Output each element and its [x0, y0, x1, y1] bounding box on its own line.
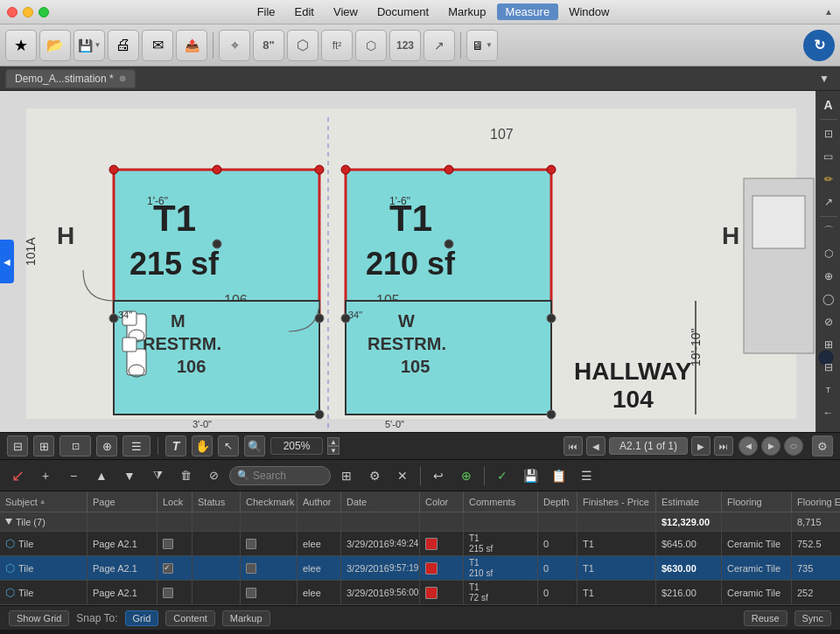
- markup-menu2[interactable]: ☰: [574, 464, 598, 487]
- markup-up[interactable]: ▲: [89, 464, 114, 487]
- minimize-button[interactable]: [23, 7, 33, 17]
- sync-btn[interactable]: Sync: [794, 610, 831, 626]
- sidebar-tool-3[interactable]: ▭: [818, 146, 839, 167]
- 3d-tool[interactable]: ⬡: [355, 30, 387, 61]
- markup-close[interactable]: ✕: [390, 464, 415, 487]
- th-status[interactable]: Status: [192, 491, 241, 512]
- markup-clear[interactable]: ⊘: [201, 464, 226, 487]
- select-tool-btn[interactable]: ↖: [218, 435, 239, 456]
- th-flooringexp[interactable]: Flooring Exp.: [792, 491, 840, 512]
- sidebar-tool-7[interactable]: ⊕: [818, 266, 839, 287]
- sidebar-tool-13[interactable]: ←: [818, 402, 839, 423]
- sidebar-tool-2[interactable]: ⊡: [818, 123, 839, 144]
- th-color[interactable]: Color: [420, 491, 464, 512]
- th-date[interactable]: Date: [341, 491, 420, 512]
- table-group-header[interactable]: Tile (7) $12,329.00 8,715: [0, 512, 840, 532]
- sidebar-tool-10[interactable]: ⊞: [818, 334, 839, 355]
- page-first-btn[interactable]: ⏮: [564, 436, 583, 456]
- markup-pointer[interactable]: ↙: [5, 464, 30, 487]
- area-tool[interactable]: ft²: [321, 30, 353, 61]
- canvas-btn-4[interactable]: ⊕: [96, 435, 117, 456]
- zoom-up[interactable]: ▲: [327, 437, 340, 446]
- canvas-btn-1[interactable]: ⊟: [7, 435, 28, 456]
- th-comments[interactable]: Comments: [464, 491, 538, 512]
- th-page[interactable]: Page: [88, 491, 158, 512]
- sidebar-pencil-tool[interactable]: ✏: [818, 169, 839, 190]
- table-row[interactable]: ⬡ Tile Page A2.1 elee 3/29/2016 9:49:24 …: [0, 532, 840, 556]
- menu-view[interactable]: View: [325, 3, 367, 20]
- sidebar-tool-6[interactable]: ⬡: [818, 243, 839, 264]
- tab-close-icon[interactable]: ⊗: [119, 73, 126, 83]
- page-circle-1[interactable]: ◀: [738, 436, 758, 456]
- menu-measure[interactable]: Measure: [497, 3, 559, 20]
- menu-file[interactable]: File: [248, 3, 284, 20]
- markup-stack[interactable]: ⊕: [454, 464, 479, 487]
- sidebar-tool-12[interactable]: T: [818, 380, 839, 401]
- th-subject[interactable]: Subject ▲: [0, 491, 88, 512]
- page-last-btn[interactable]: ⏭: [714, 436, 733, 456]
- menu-document[interactable]: Document: [368, 3, 438, 20]
- th-depth[interactable]: Depth: [538, 491, 578, 512]
- snap-grid-btn[interactable]: Grid: [125, 610, 159, 626]
- th-author[interactable]: Author: [298, 491, 341, 512]
- open-tool[interactable]: 📂: [39, 30, 71, 61]
- left-sidebar-toggle[interactable]: ◀: [0, 240, 14, 283]
- email-tool[interactable]: ✉: [142, 30, 173, 61]
- table-row[interactable]: ⬡ Tile Page A2.1 elee 3/29/2016 9:57:19 …: [0, 556, 840, 581]
- reuse-btn[interactable]: Reuse: [744, 610, 788, 626]
- brand-button[interactable]: ↻: [803, 30, 835, 61]
- markup-undo[interactable]: ↩: [426, 464, 451, 487]
- sidebar-tool-11[interactable]: ⊟: [818, 357, 839, 378]
- count-tool[interactable]: 123: [389, 30, 421, 61]
- export-tool[interactable]: 📤: [176, 30, 207, 61]
- canvas-btn-5[interactable]: ☰: [122, 435, 150, 456]
- markup-add[interactable]: +: [33, 464, 58, 487]
- markup-check[interactable]: ✓: [490, 464, 514, 487]
- search-input[interactable]: [253, 470, 323, 482]
- snap-markup-btn[interactable]: Markup: [222, 610, 270, 626]
- markup-grid[interactable]: ⊞: [334, 464, 359, 487]
- lasso-tool[interactable]: ⌖: [219, 30, 250, 61]
- print-tool[interactable]: 🖨: [108, 30, 139, 61]
- pointer-tool[interactable]: ↗: [424, 30, 455, 61]
- length-tool[interactable]: 8": [253, 30, 284, 61]
- markup-remove[interactable]: −: [61, 464, 86, 487]
- table-row[interactable]: ⬡ Tile Page A2.1 elee 3/29/2016 9:56:00 …: [0, 581, 840, 605]
- sidebar-tool-5[interactable]: ⌒: [818, 220, 839, 241]
- polygon-tool[interactable]: ⬡: [287, 30, 318, 61]
- maximize-button[interactable]: [38, 7, 49, 17]
- markup-save2[interactable]: 💾: [518, 464, 542, 487]
- tab-dropdown[interactable]: ▼: [814, 73, 835, 85]
- th-finishes[interactable]: Finishes - Price: [578, 491, 656, 512]
- text-tool-btn[interactable]: T: [165, 435, 186, 456]
- snap-content-btn[interactable]: Content: [165, 610, 215, 626]
- show-grid-btn[interactable]: Show Grid: [9, 610, 69, 626]
- sidebar-tool-1[interactable]: A: [818, 94, 839, 115]
- canvas-settings-btn[interactable]: ⚙: [812, 435, 833, 456]
- page-prev-btn[interactable]: ◀: [586, 436, 606, 456]
- page-circle-2[interactable]: ▶: [761, 436, 780, 456]
- zoom-down[interactable]: ▼: [327, 446, 340, 455]
- canvas-btn-2[interactable]: ⊞: [33, 435, 54, 456]
- th-checkmark[interactable]: Checkmark: [241, 491, 298, 512]
- document-tab[interactable]: Demo_A...stimation * ⊗: [5, 69, 136, 88]
- save-tool[interactable]: 💾▼: [74, 30, 105, 61]
- markup-filter[interactable]: ⧩: [145, 464, 170, 487]
- expand-button[interactable]: ▲: [824, 7, 833, 17]
- sidebar-tool-4[interactable]: ↗: [818, 192, 839, 212]
- page-circle-3[interactable]: ⬭: [784, 436, 803, 456]
- sidebar-tool-8[interactable]: ◯: [818, 289, 839, 310]
- th-flooring[interactable]: Flooring: [722, 491, 792, 512]
- canvas-area[interactable]: T1 215 sf 106 T1 210 sf 105 M RESTRM. 10…: [0, 91, 840, 432]
- th-estimate[interactable]: Estimate: [656, 491, 722, 512]
- page-next-btn[interactable]: ▶: [691, 436, 710, 456]
- markup-settings[interactable]: ⚙: [362, 464, 387, 487]
- markup-delete[interactable]: 🗑: [173, 464, 198, 487]
- canvas-btn-3[interactable]: ⊡: [60, 435, 91, 456]
- close-button[interactable]: [7, 7, 18, 17]
- search-box[interactable]: 🔍: [229, 466, 331, 485]
- sidebar-tool-9[interactable]: ⊘: [818, 311, 839, 332]
- menu-window[interactable]: Window: [560, 3, 618, 20]
- zoom-btn[interactable]: 🔍: [244, 435, 265, 456]
- menu-edit[interactable]: Edit: [286, 3, 323, 20]
